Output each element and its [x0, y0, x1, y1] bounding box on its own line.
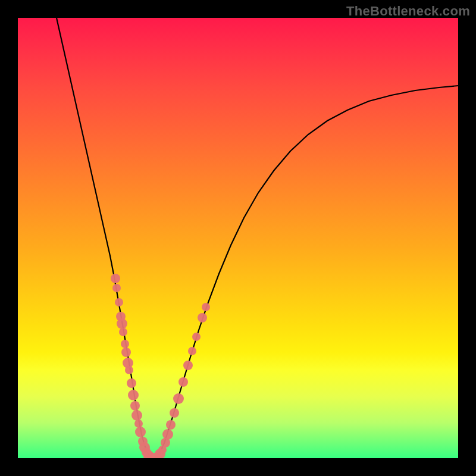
data-dot — [130, 401, 140, 411]
data-dot — [119, 328, 127, 336]
data-dot — [198, 313, 207, 322]
data-dot — [166, 420, 176, 430]
data-dot — [131, 410, 142, 421]
plot-canvas — [18, 18, 458, 458]
data-dot — [162, 429, 173, 440]
data-dot — [170, 408, 179, 418]
data-dot — [188, 347, 196, 355]
data-dot — [125, 366, 133, 374]
data-dot — [121, 347, 131, 357]
data-dot — [202, 303, 210, 311]
watermark-text: TheBottleneck.com — [346, 4, 470, 19]
data-dots-group — [111, 274, 210, 458]
chart-frame: TheBottleneck.com — [0, 0, 476, 476]
data-dot — [112, 284, 121, 292]
data-dot — [111, 274, 120, 283]
data-dot — [192, 333, 201, 341]
data-dot — [117, 318, 127, 329]
data-dot — [127, 378, 136, 388]
data-dot — [121, 340, 129, 348]
data-dot — [183, 361, 193, 370]
data-dot — [178, 377, 188, 387]
data-dot — [173, 393, 184, 404]
bottleneck-curve — [57, 18, 458, 458]
data-dot — [128, 390, 139, 400]
data-dot — [135, 427, 146, 437]
data-dot — [134, 419, 143, 428]
data-dot — [115, 298, 123, 306]
